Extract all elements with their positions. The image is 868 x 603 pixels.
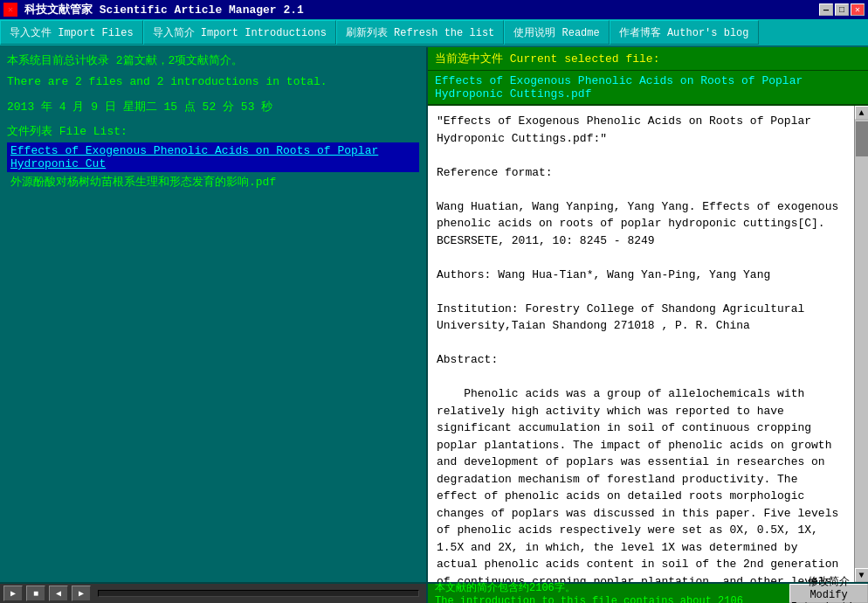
filelist-label: 文件列表 File List:	[7, 123, 419, 139]
bottom-bar: ▶ ■ ◀ ▶ 本文献的简介包含约2106字。 The introduction…	[0, 582, 868, 603]
intro-count-area: 本文献的简介包含约2106字。 The introduction to this…	[428, 584, 789, 603]
content-wrapper: "Effects of Exogenous Phenolic Acids on …	[428, 106, 868, 582]
content-area: "Effects of Exogenous Phenolic Acids on …	[428, 106, 854, 582]
file-list: Effects of Exogenous Phenolic Acids on R…	[7, 142, 419, 577]
app-icon: ✕	[3, 3, 17, 17]
datetime-display: 2013 年 4 月 9 日 星期二 15 点 52 分 53 秒	[7, 99, 419, 114]
left-panel: 本系统目前总计收录 2篇文献，2项文献简介。 There are 2 files…	[0, 47, 428, 582]
right-scrollbar[interactable]: ▲ ▼	[854, 106, 868, 582]
stop-button[interactable]: ■	[26, 586, 45, 601]
next-button[interactable]: ▶	[72, 586, 91, 601]
right-panel: 当前选中文件 Current selected file: Effects of…	[428, 47, 868, 582]
current-file-header: 当前选中文件 Current selected file:	[428, 47, 868, 71]
intro-count-line1: 本文献的简介包含约2106字。	[435, 580, 782, 595]
media-controls: ▶ ■ ◀ ▶	[0, 584, 428, 603]
blog-button[interactable]: 作者博客 Author's blog	[610, 20, 759, 45]
titlebar-controls: — □ ✕	[819, 3, 865, 16]
file-item-2[interactable]: 外源酚酸对杨树幼苗根系生理和形态发育的影响.pdf	[7, 172, 419, 191]
main-content: 本系统目前总计收录 2篇文献，2项文献简介。 There are 2 files…	[0, 47, 868, 582]
file-item-1[interactable]: Effects of Exogenous Phenolic Acids on R…	[7, 142, 419, 172]
scroll-up-arrow[interactable]: ▲	[855, 106, 869, 120]
progress-bar[interactable]	[98, 590, 419, 597]
app-title: 科技文献管家 Scientific Article Manager 2.1	[24, 2, 304, 17]
minimize-button[interactable]: —	[819, 3, 833, 16]
import-intro-button[interactable]: 导入简介 Import Introductions	[143, 20, 336, 45]
modify-intro-button[interactable]: 修改简介 Modify Introduction	[789, 584, 868, 603]
scroll-thumb[interactable]	[856, 121, 868, 156]
import-files-button[interactable]: 导入文件 Import Files	[0, 20, 143, 45]
menu-bar: 导入文件 Import Files 导入简介 Import Introducti…	[0, 19, 868, 47]
intro-count-line2: The introduction to this file contains a…	[435, 595, 782, 604]
readme-button[interactable]: 使用说明 Readme	[504, 20, 609, 45]
title-bar: ✕ 科技文献管家 Scientific Article Manager 2.1 …	[0, 0, 868, 19]
status-line2: There are 2 files and 2 introductions in…	[7, 73, 419, 91]
title-bar-left: ✕ 科技文献管家 Scientific Article Manager 2.1	[3, 2, 304, 17]
refresh-button[interactable]: 刷新列表 Refresh the list	[336, 20, 504, 45]
file-title-text: Effects of Exogenous Phenolic Acids on R…	[435, 74, 861, 100]
close-button[interactable]: ✕	[851, 3, 865, 16]
prev-button[interactable]: ◀	[49, 586, 68, 601]
maximize-button[interactable]: □	[835, 3, 849, 16]
bottom-right: 本文献的简介包含约2106字。 The introduction to this…	[428, 584, 868, 603]
play-button[interactable]: ▶	[3, 586, 23, 601]
status-line1: 本系统目前总计收录 2篇文献，2项文献简介。	[7, 52, 419, 70]
file-title-bar: Effects of Exogenous Phenolic Acids on R…	[428, 71, 868, 106]
